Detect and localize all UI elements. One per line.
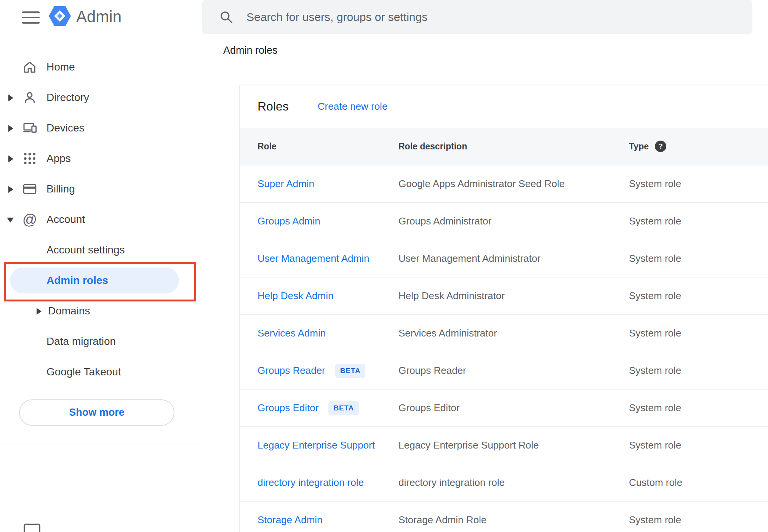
role-link[interactable]: Groups Editor <box>258 402 318 414</box>
expand-arrow-icon[interactable] <box>37 308 42 315</box>
home-icon <box>22 59 37 75</box>
role-link[interactable]: Groups Reader <box>258 365 325 377</box>
role-description: Groups Editor <box>398 402 459 414</box>
role-link[interactable]: directory integration role <box>258 477 364 489</box>
beta-badge: BETA <box>335 364 366 378</box>
table-row: Storage Admin Storage Admin Role System … <box>240 502 768 532</box>
search-input[interactable] <box>246 10 741 24</box>
breadcrumb: Admin roles <box>223 45 278 56</box>
role-description: User Management Administrator <box>398 253 541 264</box>
help-icon[interactable]: ? <box>655 141 666 152</box>
sidebar-divider <box>0 444 202 444</box>
table-row: Groups Reader BETA Groups Reader System … <box>240 352 768 389</box>
sidebar-item-label: Google Takeout <box>46 366 121 378</box>
page-title: Roles <box>258 99 289 114</box>
search-bar <box>202 0 752 34</box>
collapse-arrow-icon[interactable] <box>7 218 14 223</box>
account-at-icon: @ <box>22 212 37 227</box>
role-description: Groups Administrator <box>398 215 491 227</box>
sidebar-item-home[interactable]: Home <box>0 52 202 82</box>
sidebar-item-label: Directory <box>46 91 89 104</box>
role-description: Legacy Enterprise Support Role <box>398 439 539 451</box>
role-description: Services Administrator <box>398 327 497 339</box>
sidebar-item-label: Home <box>46 61 75 73</box>
role-type: Custom role <box>629 477 682 489</box>
role-description: Google Apps Administrator Seed Role <box>398 178 565 190</box>
table-header-row: Role Role description Type ? <box>240 128 768 165</box>
role-link[interactable]: Legacy Enterprise Support <box>258 439 375 451</box>
apps-grid-icon <box>22 151 37 166</box>
column-header-role: Role <box>258 141 277 152</box>
sidebar-item-label: Apps <box>46 152 71 165</box>
role-link[interactable]: Help Desk Admin <box>258 290 333 302</box>
role-link[interactable]: Groups Admin <box>258 215 320 227</box>
app-title: Admin <box>76 7 122 27</box>
role-link[interactable]: Super Admin <box>258 178 314 190</box>
table-row: Groups Editor BETA Groups Editor System … <box>240 389 768 427</box>
sidebar-item-billing[interactable]: Billing <box>0 174 202 204</box>
table-row: Groups Admin Groups Administrator System… <box>240 203 768 240</box>
table-row: directory integration role directory int… <box>240 464 768 502</box>
table-row: User Management Admin User Management Ad… <box>240 240 768 277</box>
role-description: Groups Reader <box>398 365 466 377</box>
sidebar-item-label: Data migration <box>46 335 116 348</box>
expand-arrow-icon[interactable] <box>8 155 13 162</box>
sidebar-item-label: Domains <box>48 305 90 317</box>
table-row: Services Admin Services Administrator Sy… <box>240 315 768 352</box>
directory-person-icon <box>22 90 37 105</box>
role-description: Help Desk Administrator <box>398 290 505 302</box>
menu-icon[interactable] <box>22 11 40 24</box>
sidebar-item-devices[interactable]: Devices <box>0 113 202 143</box>
role-type: System role <box>629 514 681 526</box>
sidebar-item-label: Account <box>46 213 85 226</box>
create-new-role-link[interactable]: Create new role <box>318 101 388 112</box>
sidebar-item-directory[interactable]: Directory <box>0 82 202 113</box>
sidebar-item-admin-roles[interactable]: Admin roles <box>0 265 202 296</box>
sidebar-item-label: Account settings <box>46 244 125 256</box>
role-type: System role <box>629 365 681 377</box>
breadcrumb-row: Admin roles <box>202 34 768 67</box>
role-description: directory integration role <box>398 477 505 489</box>
column-header-type: Type <box>629 141 649 152</box>
billing-card-icon <box>22 181 37 197</box>
beta-badge: BETA <box>328 401 359 415</box>
roles-card-header: Roles Create new role <box>240 85 768 128</box>
role-type: System role <box>629 178 681 190</box>
expand-arrow-icon[interactable] <box>8 125 13 132</box>
role-type: System role <box>629 327 681 339</box>
table-row: Help Desk Admin Help Desk Administrator … <box>240 277 768 315</box>
search-icon <box>219 10 234 24</box>
sidebar-item-label: Billing <box>46 183 75 195</box>
sidebar-item-label: Admin roles <box>46 274 108 287</box>
show-more-button[interactable]: Show more <box>19 399 174 426</box>
expand-arrow-icon[interactable] <box>8 186 13 193</box>
sidebar-item-domains[interactable]: Domains <box>0 296 202 326</box>
role-type: System role <box>629 253 681 264</box>
role-type: System role <box>629 402 681 414</box>
devices-icon <box>22 120 37 136</box>
sidebar-item-apps[interactable]: Apps <box>0 143 202 174</box>
admin-logo-icon <box>49 6 71 27</box>
google-admin-console: Admin Home Directory Device <box>0 0 768 532</box>
sidebar-item-label: Devices <box>46 122 85 134</box>
sidebar-item-data-migration[interactable]: Data migration <box>0 326 202 357</box>
table-row: Super Admin Google Apps Administrator Se… <box>240 165 768 203</box>
role-link[interactable]: Services Admin <box>258 327 326 339</box>
sidebar-item-account-settings[interactable]: Account settings <box>0 235 202 265</box>
table-row: Legacy Enterprise Support Legacy Enterpr… <box>240 427 768 464</box>
sidebar: Admin Home Directory Device <box>0 0 202 532</box>
column-header-description: Role description <box>398 141 467 152</box>
role-type: System role <box>629 215 681 227</box>
roles-card: Roles Create new role Role Role descript… <box>239 85 768 532</box>
sidebar-nav: Home Directory Devices <box>0 52 202 387</box>
sidebar-item-google-takeout[interactable]: Google Takeout <box>0 357 202 387</box>
role-link[interactable]: Storage Admin <box>258 514 323 526</box>
partial-bottom-icon <box>24 524 40 532</box>
role-type: System role <box>629 290 681 302</box>
sidebar-item-account[interactable]: @ Account <box>0 204 202 235</box>
expand-arrow-icon[interactable] <box>8 95 13 101</box>
role-link[interactable]: User Management Admin <box>258 253 369 264</box>
role-type: System role <box>629 439 681 451</box>
role-description: Storage Admin Role <box>398 514 486 526</box>
